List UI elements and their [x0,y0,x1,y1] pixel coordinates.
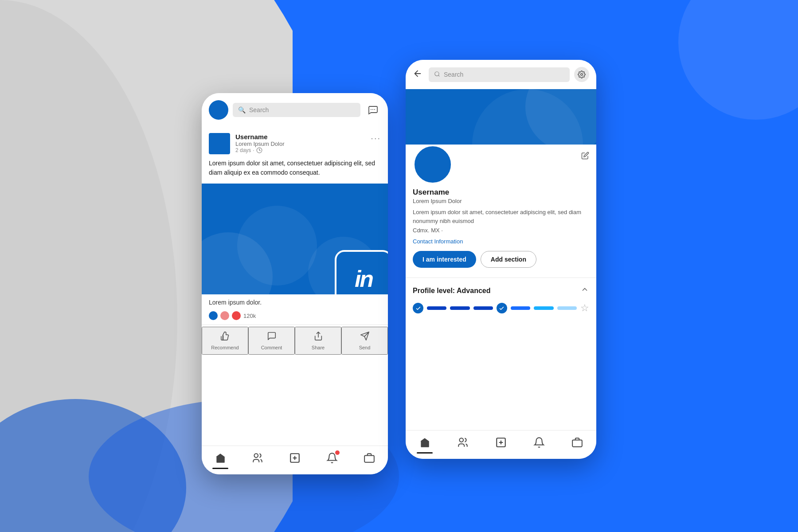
svg-point-11 [581,74,583,76]
reaction-count: 120k [243,313,256,319]
profile-bio: Lorem ipsum dolor sit amet, consectetuer… [413,208,589,225]
post-menu[interactable]: ··· [371,133,381,143]
right-search-bar[interactable]: Search [429,67,570,82]
post-reactions: 120k [202,309,388,325]
linkedin-overlay: in [335,250,388,294]
left-search-bar[interactable]: 🔍 Search [233,103,360,117]
post-avatar [209,133,230,154]
post-actions: Recommend Comment Share [202,325,388,356]
nav-briefcase[interactable] [351,450,388,466]
post-card: Username Lorem Ipsum Dolor 2 days · ··· … [202,127,388,184]
profile-level-section: Profile level: Advanced [406,278,596,321]
edit-pencil-icon[interactable] [581,152,589,162]
svg-rect-8 [364,456,374,462]
progress-seg-2 [450,306,469,310]
right-nav-briefcase[interactable] [558,435,596,450]
recommend-label: Recommend [211,345,239,350]
right-nav-people[interactable] [444,435,482,450]
profile-actions: I am interested Add section [413,251,589,268]
svg-point-1 [372,109,373,110]
right-nav-add[interactable] [482,435,520,450]
send-label: Send [359,345,371,350]
star-icon: ☆ [580,302,589,314]
bg-blob-top-right [678,0,798,120]
profile-location: Cdmx. MX · [413,227,589,234]
progress-seg-4 [511,306,530,310]
progress-seg-6 [557,306,577,310]
reaction-pink [220,311,229,320]
settings-icon[interactable] [574,67,589,82]
svg-point-12 [459,438,463,442]
phones-container: 🔍 Search Username Lorem Ipsum [202,58,596,474]
post-subtitle: Lorem Ipsum Dolor [235,141,285,147]
recommend-icon [220,331,230,343]
comment-icon [267,331,277,343]
check-circle-2 [497,303,507,313]
nav-bell[interactable] [313,450,351,466]
right-phone: Search Username [406,60,596,459]
svg-point-0 [371,109,372,110]
progress-seg-5 [534,306,553,310]
nav-people[interactable] [239,450,276,466]
right-search-icon [434,71,440,78]
profile-info: Username Lorem Ipsum Dolor Lorem ipsum d… [413,188,589,268]
search-icon: 🔍 [238,106,246,113]
send-icon [360,331,370,343]
comment-label: Comment [261,345,282,350]
profile-avatar [413,145,453,184]
linkedin-logo-circle [209,100,228,120]
post-time: 2 days · [235,147,285,153]
profile-name: Username [413,188,589,197]
share-label: Share [312,345,325,350]
nav-indicator [212,468,228,469]
linkedin-in-logo: in [355,266,372,292]
progress-seg-3 [473,306,493,310]
interested-button[interactable]: I am interested [413,251,476,268]
notification-badge [335,450,340,455]
svg-rect-16 [572,440,582,447]
svg-point-4 [254,454,258,458]
right-nav-indicator [417,452,433,454]
post-footer-text: Lorem ipsum dolor. [202,294,388,309]
check-circle-1 [413,303,423,313]
progress-bar: ☆ [413,302,589,314]
svg-point-2 [374,109,375,110]
right-search-text: Search [444,71,463,78]
share-button[interactable]: Share [295,327,341,355]
right-phone-header: Search [406,60,596,89]
post-text: Lorem ipsum dolor sit amet, consectetuer… [209,159,381,177]
left-search-text: Search [249,106,269,113]
nav-add[interactable] [276,450,313,466]
profile-subtitle: Lorem Ipsum Dolor [413,198,589,204]
progress-seg-1 [427,306,446,310]
left-bottom-nav [202,446,388,474]
left-phone-header: 🔍 Search [202,93,388,127]
post-header: Username Lorem Ipsum Dolor 2 days · ··· [209,133,381,154]
right-bottom-nav [406,430,596,459]
contact-info-link[interactable]: Contact Information [413,238,589,245]
post-image: in [202,184,388,294]
message-icon[interactable] [365,102,381,118]
reaction-red [232,311,241,320]
profile-avatar-section: Username Lorem Ipsum Dolor Lorem ipsum d… [406,145,596,274]
send-button[interactable]: Send [341,327,388,355]
reaction-blue [209,311,218,320]
post-user-details: Username Lorem Ipsum Dolor 2 days · [235,133,285,153]
right-nav-home[interactable] [406,435,444,450]
recommend-button[interactable]: Recommend [202,327,248,355]
add-section-button[interactable]: Add section [481,251,536,268]
image-blob-2 [237,206,317,286]
right-nav-bell[interactable] [520,435,558,450]
profile-level-title: Profile level: Advanced [413,287,490,295]
profile-level-header: Profile level: Advanced [413,285,589,296]
chevron-up-icon[interactable] [580,285,589,296]
share-icon [313,331,323,343]
post-username: Username [235,133,285,141]
nav-home[interactable] [202,450,239,466]
post-user-info: Username Lorem Ipsum Dolor 2 days · [209,133,285,154]
comment-button[interactable]: Comment [248,327,295,355]
svg-point-10 [435,71,439,75]
left-phone: 🔍 Search Username Lorem Ipsum [202,93,388,474]
back-icon[interactable] [413,69,422,81]
